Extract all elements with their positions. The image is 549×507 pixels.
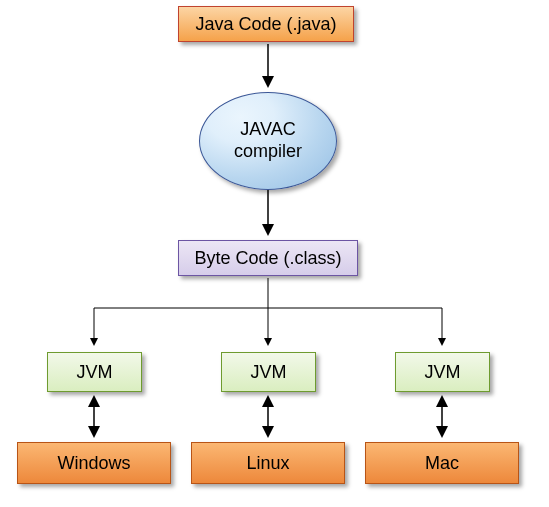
os-box-linux: Linux [191, 442, 345, 484]
jvm-box-3: JVM [395, 352, 490, 392]
jvm-label-1: JVM [77, 362, 113, 383]
byte-code-box: Byte Code (.class) [178, 240, 358, 276]
jvm-label-3: JVM [425, 362, 461, 383]
os-box-windows: Windows [17, 442, 171, 484]
jvm-label-2: JVM [251, 362, 287, 383]
os-label-1: Windows [57, 453, 130, 474]
os-label-2: Linux [246, 453, 289, 474]
java-code-box: Java Code (.java) [178, 6, 354, 42]
os-box-mac: Mac [365, 442, 519, 484]
jvm-box-2: JVM [221, 352, 316, 392]
os-label-3: Mac [425, 453, 459, 474]
compiler-ellipse: JAVAC compiler [199, 92, 337, 190]
compiler-label-1: JAVAC [240, 119, 295, 141]
byte-code-label: Byte Code (.class) [194, 248, 341, 269]
compiler-label-2: compiler [234, 141, 302, 163]
jvm-box-1: JVM [47, 352, 142, 392]
java-code-label: Java Code (.java) [195, 14, 336, 35]
